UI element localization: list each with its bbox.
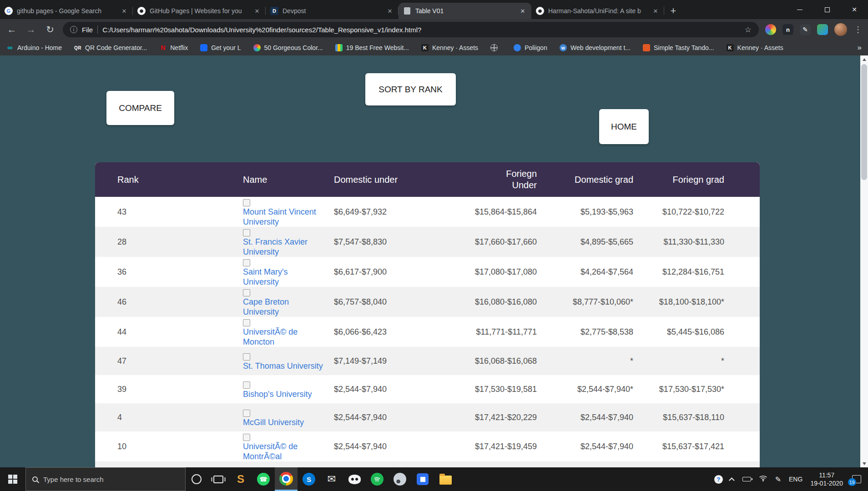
tab-github-pages[interactable]: GitHub Pages | Websites for you ✕: [133, 3, 266, 19]
scroll-up-arrow[interactable]: [860, 55, 868, 63]
new-tab-button[interactable]: +: [664, 3, 682, 19]
foriegn-grad-cell: $17,530-$17,530*: [638, 375, 760, 403]
taskbar-app-discord[interactable]: [343, 467, 366, 491]
task-view-button[interactable]: [207, 467, 229, 491]
bookmark-globe[interactable]: [490, 44, 501, 51]
bookmark-kenney-assets-2[interactable]: KKenney · Assets: [727, 44, 783, 51]
rank-cell: 46: [95, 287, 243, 317]
bookmark-best-free-websites[interactable]: 19 Best Free Websit...: [335, 44, 409, 51]
foriegn-under-cell: $17,421-$20,229: [437, 403, 541, 431]
bookmarks-overflow-chevron[interactable]: »: [858, 43, 862, 52]
forward-button[interactable]: →: [25, 24, 37, 35]
taskbar-app-steam[interactable]: [389, 467, 411, 491]
tab-table-v01-active[interactable]: Table V01 ✕: [399, 3, 531, 19]
taskbar-app-whatsapp[interactable]: ☎: [252, 467, 275, 491]
extension-icon-image[interactable]: [817, 24, 828, 35]
browser-tab-strip: G github pages - Google Search ✕ GitHub …: [0, 0, 868, 19]
compare-checkbox[interactable]: [243, 410, 250, 417]
bookmark-netflix[interactable]: NNetflix: [159, 44, 188, 51]
extension-icon-pen[interactable]: ✎: [800, 24, 811, 35]
tray-chevron-icon[interactable]: [729, 477, 735, 483]
taskbar-search-box[interactable]: Type here to search: [25, 467, 186, 491]
sort-by-rank-button[interactable]: SORT BY RANK: [365, 73, 456, 105]
taskbar-app-chrome[interactable]: [275, 467, 298, 491]
tab-close-icon[interactable]: ✕: [120, 7, 128, 15]
bookmark-label: Kenney · Assets: [737, 44, 783, 51]
scrollbar-thumb[interactable]: [861, 64, 867, 180]
university-link[interactable]: UniversitÃ© de Moncton: [243, 327, 326, 347]
taskbar-app-explorer[interactable]: [434, 467, 457, 491]
bookmark-arduino[interactable]: ∞Arduino - Home: [6, 44, 62, 51]
university-link[interactable]: UniversitÃ© de MontrÃ©al: [243, 441, 326, 461]
tab-close-icon[interactable]: ✕: [386, 7, 394, 15]
compare-checkbox[interactable]: [243, 289, 250, 296]
home-button[interactable]: HOME: [599, 109, 649, 144]
page-info-icon[interactable]: i: [70, 26, 77, 33]
language-indicator[interactable]: ENG: [789, 476, 802, 483]
scroll-down-arrow[interactable]: [860, 460, 868, 467]
domestic-grad-cell: $2,544-$7,940*: [541, 375, 638, 403]
address-bar[interactable]: i File C:/Users/harman%20sahota/Download…: [63, 22, 759, 37]
bookmark-kenney-assets[interactable]: KKenney · Assets: [421, 44, 478, 51]
tab-close-icon[interactable]: ✕: [651, 7, 660, 15]
compare-checkbox[interactable]: [243, 259, 250, 266]
tab-devpost[interactable]: D Devpost ✕: [266, 3, 399, 19]
name-cell: Cape Breton University: [243, 287, 334, 317]
taskbar-app-skype[interactable]: S: [298, 467, 320, 491]
page-scrollbar[interactable]: [860, 55, 868, 467]
compare-checkbox[interactable]: [243, 229, 250, 236]
university-link[interactable]: Mount Saint Vincent University: [243, 207, 326, 227]
bookmark-star-icon[interactable]: ☆: [745, 25, 752, 35]
extension-icon-colorwheel[interactable]: [765, 24, 776, 35]
taskbar-app-mail[interactable]: ✉: [320, 467, 343, 491]
window-minimize-button[interactable]: [786, 0, 813, 19]
bookmark-gorgeous-colors[interactable]: 50 Gorgeous Color...: [253, 44, 323, 51]
bookmark-qr-generator[interactable]: QRQR Code Generator...: [74, 44, 147, 51]
taskbar-clock[interactable]: 11:57 19-01-2020: [810, 471, 843, 487]
window-close-button[interactable]: ✕: [841, 0, 868, 19]
windows-ink-pen-icon[interactable]: ✎: [775, 475, 781, 484]
compare-checkbox[interactable]: [243, 434, 250, 441]
tab-unifind-repo[interactable]: Harman-Sahota/UniFind: A site b ✕: [531, 3, 664, 19]
profile-avatar[interactable]: [834, 23, 847, 36]
foriegn-under-cell: $17,080-$17,080: [437, 257, 541, 287]
compare-checkbox[interactable]: [243, 319, 250, 326]
foriegn-grad-cell: $18,100-$18,100*: [638, 287, 760, 317]
bookmark-get-your-l[interactable]: Get your L: [200, 44, 241, 51]
domestic-under-cell: [334, 461, 437, 467]
back-button[interactable]: ←: [5, 24, 18, 35]
taskbar-app-sublime[interactable]: S: [229, 467, 252, 491]
table-row: 46Cape Breton University$6,757-$8,040$16…: [95, 287, 760, 317]
bookmark-tasty-tandoori[interactable]: Simple Tasty Tando...: [643, 44, 714, 51]
university-link[interactable]: Cape Breton University: [243, 297, 326, 317]
university-link[interactable]: St. Thomas University: [243, 361, 323, 371]
university-link[interactable]: Saint Mary's University: [243, 267, 326, 287]
cortana-button[interactable]: [186, 467, 207, 491]
window-maximize-button[interactable]: [813, 0, 841, 19]
tab-close-icon[interactable]: ✕: [253, 7, 261, 15]
university-link[interactable]: McGill University: [243, 417, 304, 427]
help-icon[interactable]: ?: [714, 475, 723, 484]
rank-cell: 39: [95, 375, 243, 403]
action-center-button[interactable]: 19: [851, 473, 863, 485]
compare-checkbox[interactable]: [243, 353, 250, 361]
bookmark-web-development[interactable]: wWeb development t...: [560, 44, 631, 51]
taskbar-app-spotify[interactable]: [366, 467, 389, 491]
name-cell: St. Thomas University: [243, 347, 334, 375]
start-button[interactable]: [0, 467, 25, 491]
compare-checkbox[interactable]: [243, 381, 250, 389]
battery-icon[interactable]: [742, 477, 751, 481]
wifi-icon[interactable]: [759, 475, 767, 484]
compare-checkbox[interactable]: [243, 199, 250, 206]
tab-google-search[interactable]: G github pages - Google Search ✕: [0, 3, 133, 19]
compare-button[interactable]: COMPARE: [106, 91, 174, 125]
browser-menu-icon[interactable]: ⋮: [853, 25, 863, 35]
extension-icon-n[interactable]: n: [782, 24, 793, 35]
tab-close-icon[interactable]: ✕: [519, 7, 527, 15]
taskbar-app-blue[interactable]: [411, 467, 434, 491]
reload-button[interactable]: ↻: [44, 24, 56, 35]
university-link[interactable]: Bishop's University: [243, 389, 312, 399]
bookmark-poliigon[interactable]: Poliigon: [514, 44, 547, 51]
bookmark-label: 19 Best Free Websit...: [346, 44, 409, 51]
university-link[interactable]: St. Francis Xavier University: [243, 237, 326, 257]
